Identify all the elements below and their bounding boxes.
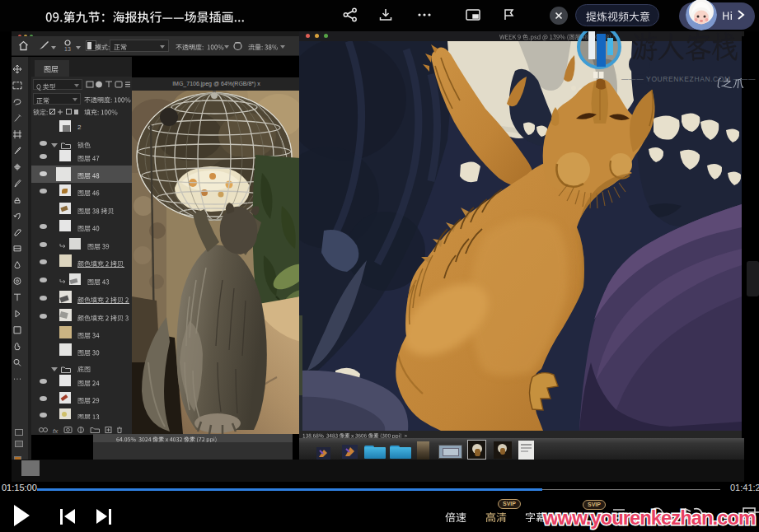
svg-text:fx: fx: [53, 427, 59, 435]
svg-text:13: 13: [64, 46, 71, 52]
svg-text:www.yourenkezhan.com: www.yourenkezhan.com: [542, 506, 756, 529]
